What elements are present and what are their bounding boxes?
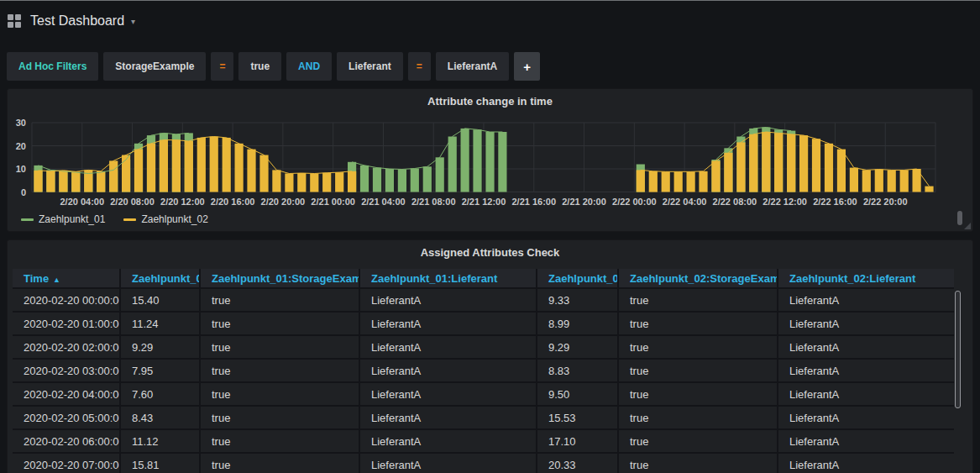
column-header-zaehlpunkt-01[interactable]: Zaehlpunkt_01 [120, 269, 200, 288]
table-cell: 2020-02-20 06:00:00 [13, 429, 120, 453]
svg-text:2/22 08:00: 2/22 08:00 [713, 197, 757, 207]
table-cell: LieferantA [778, 453, 954, 473]
table-cell: 9.29 [537, 335, 618, 359]
table-cell: 2020-02-20 01:00:00 [13, 312, 120, 335]
svg-text:10: 10 [16, 164, 26, 174]
table-row: 2020-02-20 01:00:0011.24trueLieferantA8.… [13, 312, 954, 335]
table-cell: 20.33 [537, 453, 618, 473]
table-cell: LieferantA [359, 382, 537, 406]
table-cell: LieferantA [778, 382, 954, 406]
top-bar: Test Dashboard ▾ [0, 1, 980, 41]
table-cell: LieferantA [778, 288, 954, 312]
table-cell: true [618, 288, 778, 312]
chevron-down-icon[interactable]: ▾ [131, 17, 135, 26]
legend-label: Zaehlpunkt_02 [141, 213, 207, 225]
table-cell: true [200, 406, 359, 429]
table-cell: 8.99 [537, 312, 618, 335]
apps-grid-icon[interactable] [8, 14, 21, 28]
table-cell: 2020-02-20 05:00:00 [13, 406, 120, 429]
table-row: 2020-02-20 03:00:007.95trueLieferantA8.8… [13, 359, 954, 382]
column-header-zaehlpunkt-01-lieferant[interactable]: Zaehlpunkt_01:Lieferant [359, 269, 537, 288]
table-cell: true [618, 429, 778, 453]
table-cell: 2020-02-20 00:00:00 [13, 288, 120, 312]
table-cell: LieferantA [359, 429, 537, 453]
column-header-zaehlpunkt-02-lieferant[interactable]: Zaehlpunkt_02:Lieferant [778, 269, 954, 288]
table-cell: 2020-02-20 04:00:00 [13, 382, 120, 406]
chart-panel-title[interactable]: Attribute change in time [8, 89, 972, 108]
filter-operator-chip[interactable]: = [408, 52, 431, 81]
table-cell: LieferantA [778, 335, 954, 359]
svg-text:2/20 04:00: 2/20 04:00 [60, 197, 104, 207]
chart-panel-resize-handle[interactable] [964, 223, 971, 229]
table-cell: 11.24 [120, 312, 200, 335]
table-cell: true [618, 453, 778, 473]
svg-text:20: 20 [16, 141, 26, 151]
column-header-time[interactable]: Time▲ [13, 269, 120, 288]
table-cell: 9.50 [537, 382, 618, 406]
table-cell: 2020-02-20 03:00:00 [13, 359, 120, 382]
table-row: 2020-02-20 07:00:0015.81trueLieferantA20… [13, 453, 954, 473]
table-cell: true [618, 335, 778, 359]
chart-panel: Attribute change in time 01020302/20 04:… [7, 88, 973, 232]
table-header: Time▲Zaehlpunkt_01Zaehlpunkt_01:StorageE… [13, 269, 954, 288]
legend-item-zaehlpunkt_01[interactable]: Zaehlpunkt_01 [21, 213, 105, 225]
svg-text:30: 30 [16, 118, 26, 128]
ad-hoc-filters-label: Ad Hoc Filters [7, 52, 98, 81]
filter-condition-chip[interactable]: AND [286, 52, 332, 81]
table-cell: 11.12 [120, 429, 200, 453]
svg-text:2/21 16:00: 2/21 16:00 [511, 197, 556, 207]
table-cell: LieferantA [359, 406, 537, 429]
ad-hoc-filter-bar: Ad Hoc Filters StorageExample=trueANDLie… [7, 52, 540, 81]
column-header-zaehlpunkt-01-storageexample[interactable]: Zaehlpunkt_01:StorageExample [200, 269, 359, 288]
table-cell: true [618, 359, 778, 382]
filter-operator-chip[interactable]: = [211, 52, 233, 81]
table-cell: 15.40 [120, 288, 200, 312]
filter-key-chip[interactable]: StorageExample [103, 52, 206, 81]
table-cell: 8.43 [120, 406, 200, 429]
table-body: 2020-02-20 00:00:0015.40trueLieferantA9.… [13, 288, 954, 473]
table-cell: 2020-02-20 02:00:00 [13, 335, 120, 359]
svg-text:2/20 20:00: 2/20 20:00 [261, 197, 306, 207]
chart-scrollbar-thumb[interactable] [957, 211, 962, 225]
table-row: 2020-02-20 05:00:008.43trueLieferantA15.… [13, 406, 954, 429]
table-cell: true [200, 288, 359, 312]
table-cell: 7.95 [120, 359, 200, 382]
table-row: 2020-02-20 02:00:009.29trueLieferantA9.2… [13, 335, 954, 359]
table-cell: true [200, 382, 359, 406]
attributes-table: Time▲Zaehlpunkt_01Zaehlpunkt_01:StorageE… [13, 269, 954, 473]
legend-color-dash [21, 218, 34, 221]
table-cell: LieferantA [359, 359, 537, 382]
column-header-zaehlpunkt-02[interactable]: Zaehlpunkt_02 [537, 269, 618, 288]
table-cell: LieferantA [778, 359, 954, 382]
legend-item-zaehlpunkt_02[interactable]: Zaehlpunkt_02 [123, 213, 207, 225]
svg-text:2/21 20:00: 2/21 20:00 [562, 197, 606, 207]
column-header-zaehlpunkt-02-storageexample[interactable]: Zaehlpunkt_02:StorageExample [618, 269, 778, 288]
table-panel-title[interactable]: Assigned Attributes Check [8, 240, 972, 259]
svg-text:2/21 08:00: 2/21 08:00 [411, 197, 456, 207]
svg-text:2/22 20:00: 2/22 20:00 [863, 197, 908, 207]
timeseries-chart[interactable]: 01020302/20 04:002/20 08:002/20 12:002/2… [8, 111, 969, 212]
table-cell: true [200, 335, 359, 359]
table-cell: 9.29 [120, 335, 200, 359]
table-cell: LieferantA [359, 312, 537, 335]
filter-value-chip[interactable]: LieferantA [436, 52, 509, 81]
table-cell: 15.53 [537, 406, 618, 429]
table-cell: true [200, 312, 359, 335]
filter-key-chip[interactable]: Lieferant [337, 52, 403, 81]
svg-text:2/20 12:00: 2/20 12:00 [160, 197, 205, 207]
svg-text:2/22 12:00: 2/22 12:00 [763, 197, 807, 207]
table-cell: 15.81 [120, 453, 200, 473]
table-row: 2020-02-20 04:00:007.60trueLieferantA9.5… [13, 382, 954, 406]
table-panel: Assigned Attributes Check Time▲Zaehlpunk… [7, 239, 973, 473]
table-cell: 7.60 [120, 382, 200, 406]
sort-ascending-icon: ▲ [53, 276, 60, 284]
svg-text:2/21 04:00: 2/21 04:00 [361, 197, 406, 207]
add-filter-button[interactable]: + [514, 52, 540, 81]
dashboard-title[interactable]: Test Dashboard [30, 13, 124, 29]
table-cell: 9.33 [537, 288, 618, 312]
filter-value-chip[interactable]: true [238, 52, 281, 81]
table-cell: true [200, 429, 359, 453]
svg-text:2/20 08:00: 2/20 08:00 [110, 197, 155, 207]
svg-text:2/20 16:00: 2/20 16:00 [211, 197, 255, 207]
table-scrollbar-thumb[interactable] [955, 291, 961, 408]
